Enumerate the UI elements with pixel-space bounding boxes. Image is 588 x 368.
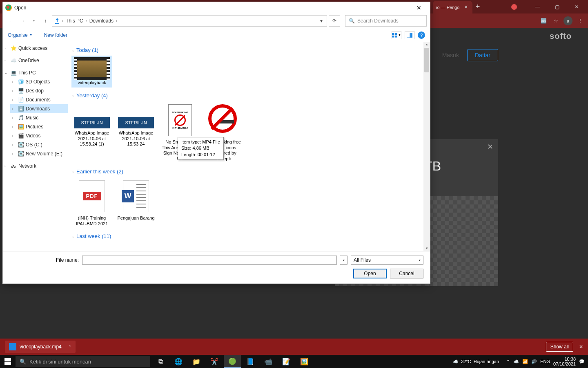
weather-text: Hujan ringan: [474, 359, 499, 364]
new-folder-button[interactable]: New folder: [44, 32, 67, 38]
dialog-title: Open: [14, 5, 410, 11]
group-header-today[interactable]: ⌄ Today (1): [71, 47, 427, 53]
nav-recent-dropdown[interactable]: ▾: [29, 16, 39, 26]
tray-wifi-icon[interactable]: 📶: [522, 359, 528, 364]
tree-documents[interactable]: ›📄Documents: [10, 95, 68, 104]
clock[interactable]: 10:38 07/10/2021: [553, 357, 576, 366]
tray-onedrive-icon[interactable]: ☁️: [513, 359, 519, 364]
bookmark-star-icon[interactable]: ☆: [551, 16, 560, 25]
preview-pane-button[interactable]: [405, 31, 414, 39]
view-mode-button[interactable]: ▼: [392, 31, 401, 39]
scroll-down-icon[interactable]: ▾: [424, 246, 429, 251]
tray-volume-icon[interactable]: 🔊: [531, 359, 537, 364]
scroll-up-icon[interactable]: ▴: [424, 42, 429, 47]
tray-overflow-icon[interactable]: ⌃: [506, 359, 510, 364]
taskbar-app-explorer[interactable]: 📁: [188, 355, 205, 368]
download-chip[interactable]: videoplayback.mp4 ⌃: [5, 341, 76, 353]
file-videoplayback[interactable]: videoplayback: [71, 56, 112, 88]
search-input[interactable]: 🔍 Search Downloads: [345, 15, 427, 27]
login-link[interactable]: Masuk: [442, 52, 459, 58]
tree-quick-access[interactable]: › ⭐ Quick access: [3, 44, 68, 53]
taskbar-search[interactable]: 🔍 Ketik di sini untuk mencari: [16, 356, 150, 367]
chevron-up-icon[interactable]: ⌃: [68, 345, 71, 349]
taskbar-app-photos[interactable]: 🖼️: [296, 355, 313, 368]
filename-dropdown[interactable]: ▾: [340, 256, 347, 265]
menu-kebab-icon[interactable]: ⋮: [576, 16, 585, 25]
organise-button[interactable]: Organise ▼: [8, 32, 33, 38]
breadcrumb-thispc[interactable]: This PC: [65, 18, 84, 24]
tree-videos[interactable]: ›🎬Videos: [10, 131, 68, 140]
nav-back-button[interactable]: ←: [6, 16, 16, 26]
scroll-thumb[interactable]: [424, 48, 429, 72]
group-header-lastweek[interactable]: ⌄ Last week (11): [71, 233, 427, 239]
record-icon[interactable]: [511, 4, 517, 10]
tray-language[interactable]: ENG: [540, 359, 550, 364]
nav-up-button[interactable]: ↑: [40, 16, 50, 26]
tree-onedrive[interactable]: › ☁️ OneDrive: [3, 56, 68, 65]
svg-rect-4: [407, 33, 410, 38]
tooltip-line: Item type: MP4 File: [181, 139, 220, 145]
tree-desktop[interactable]: ›🖥️Desktop: [10, 86, 68, 95]
file-whatsapp-image-1[interactable]: STERIL-IN WhatsApp Image 2021-10-06 at 1…: [71, 101, 112, 164]
filename-input[interactable]: [82, 256, 337, 265]
file-inh-training[interactable]: PDF (INH) Training IPAL-BMD 2021: [71, 177, 112, 229]
browser-tab[interactable]: io — Pengo ✕: [433, 1, 472, 13]
close-icon[interactable]: ✕: [463, 4, 469, 11]
tree-os-c[interactable]: ›💽OS (C:): [10, 140, 68, 149]
file-type-filter[interactable]: All Files ▾: [351, 256, 423, 265]
taskbar-app-edge[interactable]: 🌐: [170, 355, 187, 368]
expand-icon[interactable]: ›: [4, 164, 9, 168]
chevron-right-icon[interactable]: ›: [116, 19, 117, 23]
tree-music[interactable]: ›🎵Music: [10, 113, 68, 122]
tree-3d-objects[interactable]: ›🧊3D Objects: [10, 77, 68, 86]
group-header-earlier[interactable]: ⌄ Earlier this week (2): [71, 168, 427, 175]
refresh-button[interactable]: ⟳: [329, 15, 340, 27]
profile-avatar[interactable]: a: [564, 16, 572, 25]
tree-this-pc[interactable]: ⌄ 💻 This PC: [3, 68, 68, 77]
taskbar-app-zoom[interactable]: 📹: [260, 355, 277, 368]
maximize-button[interactable]: ▢: [549, 1, 565, 13]
file-list[interactable]: ▴ ▾ ⌄ Today (1) videoplayback ⌄ Yesterda…: [68, 42, 430, 251]
dialog-close-button[interactable]: ✕: [410, 2, 428, 13]
weather-widget[interactable]: ☁️ 32°C Hujan ringan: [453, 359, 499, 364]
navigation-tree[interactable]: › ⭐ Quick access › ☁️ OneDrive ⌄ 💻 This …: [3, 42, 68, 251]
breadcrumb-downloads[interactable]: Downloads: [89, 18, 114, 24]
chevron-down-icon: ▼: [29, 33, 33, 37]
nav-forward-button[interactable]: →: [18, 16, 27, 26]
address-bar[interactable]: › This PC › Downloads › ▾: [52, 15, 327, 27]
notifications-icon[interactable]: 💬: [579, 359, 585, 364]
close-window-button[interactable]: ✕: [568, 1, 585, 13]
start-button[interactable]: [0, 358, 16, 365]
open-button[interactable]: Open: [353, 269, 387, 278]
tree-pictures[interactable]: ›🖼️Pictures: [10, 122, 68, 131]
vertical-scrollbar[interactable]: ▴ ▾: [423, 42, 430, 251]
task-view-button[interactable]: ⧉: [152, 355, 169, 368]
collapse-icon[interactable]: ⌄: [4, 71, 9, 75]
tree-network[interactable]: › 🖧 Network: [3, 162, 68, 171]
taskbar-app-notepad[interactable]: 📝: [278, 355, 295, 368]
signup-button[interactable]: Daftar: [467, 49, 498, 61]
minimize-button[interactable]: —: [529, 1, 546, 13]
translate-icon[interactable]: 🔤: [539, 16, 548, 25]
taskbar-app-word[interactable]: 📘: [242, 355, 259, 368]
tree-new-volume-e[interactable]: ›💽New Volume (E:): [10, 149, 68, 158]
cancel-button[interactable]: Cancel: [390, 269, 423, 278]
expand-icon[interactable]: ›: [4, 47, 9, 50]
group-header-yesterday[interactable]: ⌄ Yesterday (4): [71, 92, 427, 99]
taskbar-app-snip[interactable]: ✂️: [206, 355, 223, 368]
new-tab-button[interactable]: +: [474, 2, 482, 11]
file-whatsapp-image-2[interactable]: STERIL-IN WhatsApp Image 2021-10-06 at 1…: [116, 101, 156, 164]
address-dropdown-icon[interactable]: ▾: [318, 18, 325, 24]
tree-downloads[interactable]: ›⬇️Downloads: [10, 104, 68, 113]
close-icon[interactable]: ✕: [487, 142, 493, 151]
chevron-right-icon[interactable]: ›: [86, 19, 87, 23]
close-shelf-button[interactable]: ✕: [579, 344, 583, 350]
expand-icon[interactable]: ›: [4, 59, 9, 63]
taskbar-app-chrome[interactable]: 🟢: [224, 355, 241, 368]
search-placeholder: Search Downloads: [357, 18, 399, 24]
chevron-right-icon[interactable]: ›: [62, 19, 63, 23]
help-button[interactable]: ?: [418, 31, 425, 39]
cube-icon: 🧊: [18, 79, 24, 85]
file-pengajuan-barang[interactable]: W Pengajuan Barang: [116, 177, 156, 229]
show-all-button[interactable]: Show all: [546, 342, 573, 352]
